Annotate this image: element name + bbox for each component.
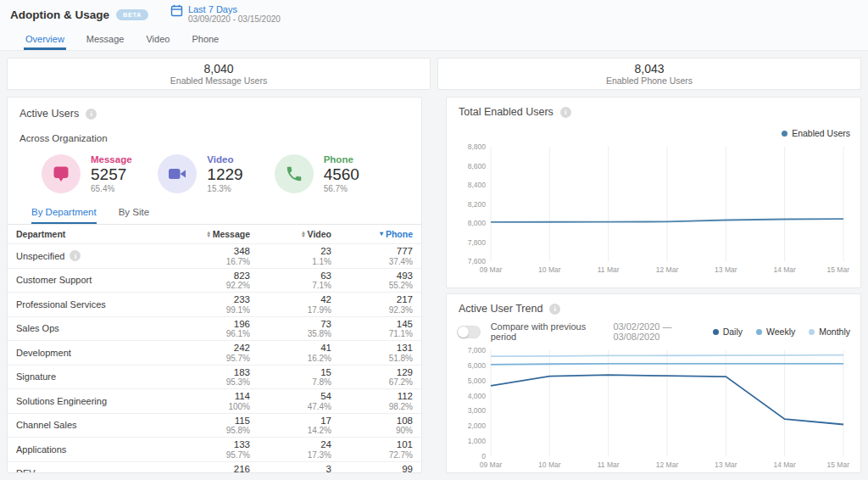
svg-text:8,800: 8,800 <box>468 142 487 151</box>
svg-text:0: 0 <box>481 452 486 460</box>
tab-phone[interactable]: Phone <box>190 31 220 50</box>
active-user-trend-title: Active User Trend <box>459 303 542 315</box>
svg-text:13 Mar: 13 Mar <box>715 460 737 469</box>
active-user-trend-chart[interactable]: 09 Mar10 Mar11 Mar12 Mar13 Mar14 Mar15 M… <box>457 345 850 471</box>
svg-text:10 Mar: 10 Mar <box>538 265 561 274</box>
chat-bubble-icon <box>42 154 81 193</box>
phone-stat-percent: 56.7% <box>324 184 359 193</box>
enabled-phone-users-card: 8,043 Enabled Phone Users <box>437 58 861 90</box>
info-icon[interactable]: i <box>549 304 560 315</box>
video-stat-value: 1229 <box>207 165 242 184</box>
enabled-phone-users-label: Enabled Phone Users <box>606 75 693 87</box>
svg-text:12 Mar: 12 Mar <box>656 265 679 274</box>
active-users-subtabs: By Department By Site <box>8 207 421 225</box>
enabled-phone-users-value: 8,043 <box>634 62 664 75</box>
active-users-title: Active Users <box>19 108 79 120</box>
svg-text:8,400: 8,400 <box>468 181 487 189</box>
beta-badge: BETA <box>116 9 148 20</box>
date-preset-label: Last 7 Days <box>188 4 281 14</box>
svg-text:15 Mar: 15 Mar <box>827 265 850 274</box>
enabled-message-users-label: Enabled Message Users <box>170 75 267 87</box>
video-stat: Video 1229 15.3% <box>158 154 274 193</box>
info-icon[interactable]: i <box>86 109 97 120</box>
svg-text:7,000: 7,000 <box>468 346 487 354</box>
video-stat-percent: 15.3% <box>207 184 242 193</box>
enabled-users-chart[interactable]: 09 Mar10 Mar11 Mar12 Mar13 Mar14 Mar15 M… <box>457 142 850 276</box>
svg-text:8,200: 8,200 <box>468 200 487 209</box>
legend-dot <box>713 329 719 335</box>
svg-text:2,000: 2,000 <box>468 421 487 430</box>
table-row[interactable]: Applications 13395.7% 2417.3% 10172.7% <box>8 437 421 461</box>
table-row[interactable]: Professional Services 23399.1% 4217.9% 2… <box>8 292 421 316</box>
message-stat-value: 5257 <box>91 165 132 184</box>
toggle-knob <box>458 327 469 338</box>
legend-weekly[interactable]: Weekly <box>756 327 795 337</box>
phone-stat: Phone 4560 56.7% <box>275 154 391 193</box>
svg-text:5,000: 5,000 <box>468 377 487 385</box>
legend-monthly[interactable]: Monthly <box>809 327 850 337</box>
svg-text:11 Mar: 11 Mar <box>598 265 620 274</box>
sort-both-icon: ▴▾ <box>207 231 209 238</box>
table-row[interactable]: Unspecifiedi 34816.7% 231.1% 77737.4% <box>8 243 421 268</box>
table-row[interactable]: Signature 18395.3% 157.8% 12967.2% <box>8 365 421 389</box>
org-stats-row: Message 5257 65.4% Video 1229 15.3% <box>8 154 421 193</box>
info-icon[interactable]: i <box>70 250 81 261</box>
svg-text:7,800: 7,800 <box>468 238 487 247</box>
svg-text:11 Mar: 11 Mar <box>598 460 620 469</box>
svg-text:1,000: 1,000 <box>468 437 487 445</box>
subtab-by-department[interactable]: By Department <box>31 207 97 224</box>
table-row[interactable]: DEV 21694.7% 31.3% 9943.4% <box>8 461 421 474</box>
main-tabbar: Overview Message Video Phone <box>0 29 868 51</box>
column-header-phone[interactable]: ▾ Phone <box>331 229 413 239</box>
compare-range: 03/02/2020 — 03/08/2020 <box>613 321 712 342</box>
video-stat-label: Video <box>207 154 242 165</box>
tab-overview[interactable]: Overview <box>24 31 66 50</box>
svg-text:12 Mar: 12 Mar <box>656 460 679 469</box>
phone-stat-label: Phone <box>324 154 359 165</box>
legend-daily[interactable]: Daily <box>713 327 743 337</box>
legend-enabled-users[interactable]: Enabled Users <box>782 128 850 138</box>
svg-text:13 Mar: 13 Mar <box>715 265 737 274</box>
message-stat: Message 5257 65.4% <box>42 154 158 193</box>
tab-message[interactable]: Message <box>85 31 126 50</box>
sort-both-icon: ▴▾ <box>302 231 304 238</box>
calendar-icon <box>170 4 183 17</box>
date-range-picker[interactable]: Last 7 Days 03/09/2020 - 03/15/2020 <box>170 4 281 25</box>
svg-text:10 Mar: 10 Mar <box>538 460 561 469</box>
top-bar: Adoption & Usage BETA Last 7 Days 03/09/… <box>0 0 868 29</box>
phone-icon <box>275 154 314 193</box>
svg-text:09 Mar: 09 Mar <box>480 460 503 469</box>
table-row[interactable]: Channel Sales 11595.8% 1714.2% 10890% <box>8 413 421 438</box>
compare-toggle[interactable] <box>457 326 481 338</box>
video-camera-icon <box>158 154 197 193</box>
column-header-department[interactable]: Department <box>16 229 169 239</box>
table-row[interactable]: Development 24295.7% 4116.2% 13151.8% <box>8 340 421 365</box>
message-stat-percent: 65.4% <box>91 184 132 193</box>
scope-label: Across Organization <box>19 133 409 143</box>
svg-text:15 Mar: 15 Mar <box>827 460 850 469</box>
svg-text:14 Mar: 14 Mar <box>773 460 796 469</box>
compare-label: Compare with previous period <box>491 321 605 342</box>
legend-dot <box>809 329 815 335</box>
sort-desc-icon: ▾ <box>380 231 383 237</box>
phone-stat-value: 4560 <box>324 165 359 184</box>
svg-text:8,000: 8,000 <box>468 219 487 227</box>
table-row[interactable]: Solutions Engineering 114100% 5447.4% 11… <box>8 388 421 413</box>
total-enabled-users-title: Total Enabled Users <box>459 106 554 118</box>
enabled-message-users-value: 8,040 <box>203 62 233 75</box>
subtab-by-site[interactable]: By Site <box>119 207 149 224</box>
column-header-video[interactable]: ▴▾ Video <box>250 229 331 239</box>
info-icon[interactable]: i <box>560 107 571 118</box>
svg-text:14 Mar: 14 Mar <box>773 265 796 274</box>
svg-text:4,000: 4,000 <box>468 392 487 400</box>
message-stat-label: Message <box>91 154 132 165</box>
column-header-message[interactable]: ▴▾ Message <box>169 229 250 239</box>
table-row[interactable]: Customer Support 82392.2% 637.1% 49355.2… <box>8 268 421 293</box>
tab-video[interactable]: Video <box>144 31 171 50</box>
table-row[interactable]: Sales Ops 19696.1% 7335.8% 14571.1% <box>8 316 421 341</box>
enabled-message-users-card: 8,040 Enabled Message Users <box>7 58 431 90</box>
page-title: Adoption & Usage <box>10 8 109 21</box>
total-enabled-users-panel: Total Enabled Users i Enabled Users 09 M… <box>446 97 861 288</box>
svg-text:7,600: 7,600 <box>468 257 487 265</box>
svg-text:8,600: 8,600 <box>468 162 487 170</box>
